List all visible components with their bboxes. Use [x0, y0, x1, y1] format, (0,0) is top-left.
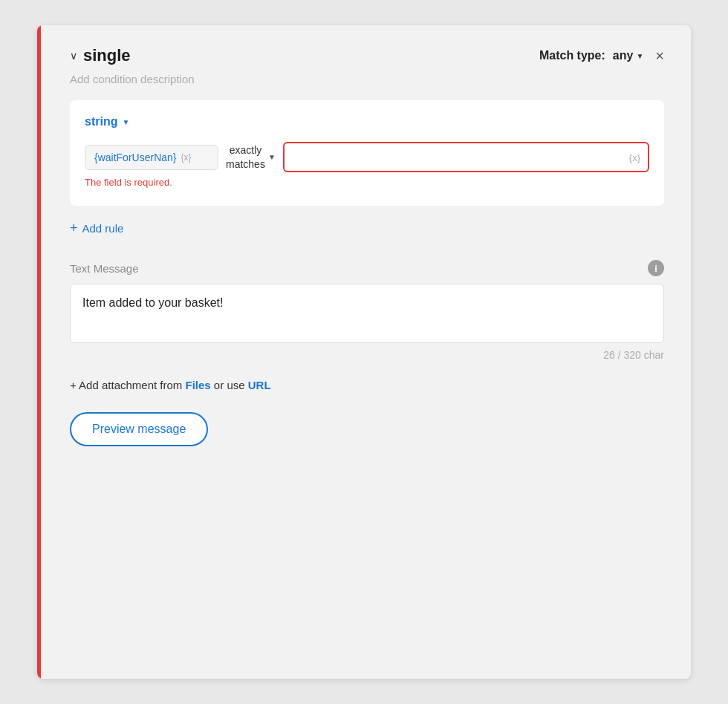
- rule-row: {waitForUserNan} {x} exactlymatches ▼ {x…: [85, 142, 649, 172]
- collapse-icon[interactable]: ∨: [70, 50, 77, 62]
- attachment-row: + Add attachment from Files or use URL: [70, 379, 664, 391]
- url-link[interactable]: URL: [248, 379, 271, 391]
- text-message-label: Text Message: [70, 262, 139, 275]
- card-title: single: [83, 46, 131, 65]
- variable-icon: {x}: [181, 152, 192, 163]
- condition-description[interactable]: Add condition description: [70, 73, 664, 85]
- header-left: ∨ single: [70, 46, 131, 65]
- condition-box: string ▼ {waitForUserNan} {x} exactlymat…: [70, 100, 664, 206]
- input-variable-icon: {x}: [629, 151, 640, 163]
- value-input[interactable]: [283, 142, 649, 172]
- add-rule-icon: +: [70, 221, 78, 236]
- attachment-middle: or use: [211, 379, 248, 391]
- card-header: ∨ single Match type: any ▼ ×: [70, 46, 664, 65]
- condition-card: ∨ single Match type: any ▼ × Add conditi…: [37, 25, 691, 679]
- preview-message-button[interactable]: Preview message: [70, 412, 208, 446]
- variable-pill[interactable]: {waitForUserNan} {x}: [85, 145, 218, 170]
- type-selector[interactable]: string ▼: [85, 115, 649, 128]
- attachment-prefix: + Add attachment from: [70, 379, 186, 391]
- operator-dropdown-icon: ▼: [268, 153, 276, 161]
- value-input-wrapper: {x}: [283, 142, 649, 172]
- text-message-content: Item added to your basket!: [82, 296, 223, 309]
- char-count: 26 / 320 char: [70, 349, 664, 361]
- match-type-label: Match type:: [539, 49, 605, 62]
- type-label: string: [85, 115, 117, 128]
- variable-text: {waitForUserNan}: [94, 151, 177, 163]
- card-content: ∨ single Match type: any ▼ × Add conditi…: [37, 25, 691, 473]
- files-link[interactable]: Files: [186, 379, 211, 391]
- type-dropdown-icon: ▼: [122, 118, 129, 126]
- match-type-dropdown[interactable]: any ▼: [613, 49, 643, 62]
- operator-text: exactlymatches: [226, 143, 265, 170]
- header-right: Match type: any ▼ ×: [539, 48, 664, 63]
- info-icon[interactable]: i: [648, 260, 664, 276]
- text-message-header: Text Message i: [70, 260, 664, 276]
- close-button[interactable]: ×: [655, 48, 664, 63]
- add-rule-label: Add rule: [82, 222, 124, 235]
- text-message-box[interactable]: Item added to your basket!: [70, 284, 664, 343]
- operator-container[interactable]: exactlymatches ▼: [226, 143, 276, 170]
- card-accent-border: [37, 25, 41, 679]
- match-type-value: any: [613, 49, 634, 62]
- error-message: The field is required.: [85, 177, 649, 188]
- add-rule-button[interactable]: + Add rule: [70, 221, 664, 236]
- match-type-arrow-icon: ▼: [636, 52, 643, 60]
